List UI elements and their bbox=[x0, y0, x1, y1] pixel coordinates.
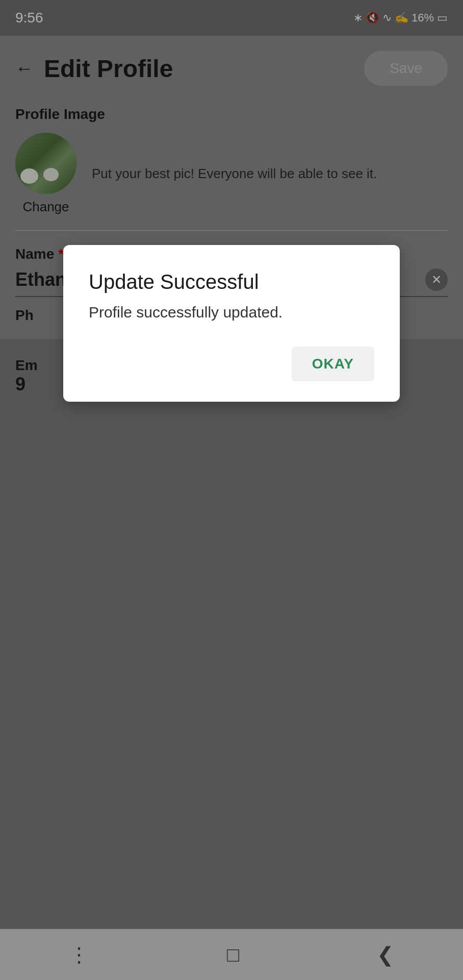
modal-message: Profile successfully updated. bbox=[89, 304, 374, 321]
modal-actions: OKAY bbox=[89, 347, 374, 381]
okay-button[interactable]: OKAY bbox=[292, 347, 374, 381]
modal-title: Update Successful bbox=[89, 271, 374, 293]
modal-overlay: Update Successful Profile successfully u… bbox=[0, 0, 463, 980]
update-successful-dialog: Update Successful Profile successfully u… bbox=[63, 245, 400, 402]
